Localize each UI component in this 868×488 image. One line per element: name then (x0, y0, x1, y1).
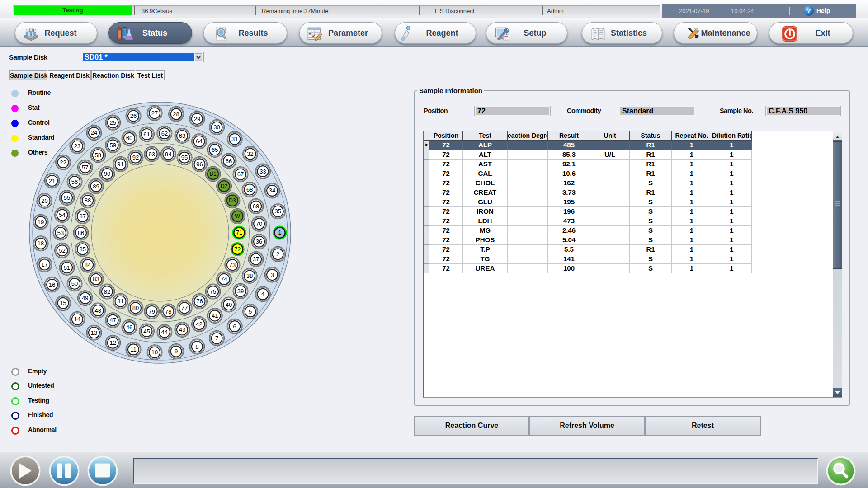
svg-text:38: 38 (246, 272, 253, 279)
svg-text:22: 22 (60, 159, 66, 166)
svg-text:39: 39 (237, 288, 244, 295)
svg-text:42: 42 (196, 321, 202, 328)
svg-text:23: 23 (74, 143, 80, 150)
svg-text:62: 62 (161, 130, 168, 137)
svg-text:2: 2 (276, 251, 279, 258)
svg-text:86: 86 (78, 230, 84, 236)
svg-text:11: 11 (130, 346, 137, 353)
svg-text:78: 78 (165, 308, 171, 315)
svg-text:52: 52 (59, 247, 65, 254)
svg-text:85: 85 (80, 246, 86, 253)
svg-text:48: 48 (95, 307, 101, 314)
svg-text:1: 1 (278, 230, 282, 236)
svg-text:34: 34 (269, 187, 275, 194)
svg-text:76: 76 (196, 298, 203, 305)
svg-text:7: 7 (215, 335, 218, 342)
svg-text:71: 71 (236, 230, 242, 236)
svg-text:44: 44 (161, 328, 168, 335)
svg-text:68: 68 (246, 186, 253, 193)
svg-text:58: 58 (95, 152, 101, 159)
svg-text:20: 20 (41, 197, 47, 204)
svg-text:10: 10 (151, 349, 158, 356)
svg-text:72: 72 (234, 246, 241, 253)
svg-text:W: W (235, 213, 241, 220)
svg-text:82: 82 (104, 288, 110, 295)
svg-text:12: 12 (110, 339, 116, 346)
svg-text:53: 53 (57, 230, 64, 236)
svg-text:33: 33 (259, 168, 266, 175)
svg-text:19: 19 (38, 219, 44, 225)
svg-text:9: 9 (175, 348, 178, 355)
svg-text:30: 30 (213, 124, 220, 131)
svg-text:32: 32 (247, 150, 253, 157)
svg-text:69: 69 (253, 203, 259, 210)
svg-text:35: 35 (274, 208, 281, 215)
svg-text:41: 41 (212, 312, 218, 319)
svg-text:64: 64 (196, 138, 202, 145)
svg-text:50: 50 (71, 280, 78, 287)
svg-text:79: 79 (148, 308, 155, 315)
svg-text:81: 81 (117, 298, 123, 305)
svg-text:95: 95 (181, 154, 188, 161)
svg-text:51: 51 (64, 264, 70, 271)
svg-text:65: 65 (212, 146, 218, 153)
svg-text:83: 83 (93, 276, 99, 282)
svg-text:63: 63 (179, 132, 185, 139)
svg-text:14: 14 (74, 316, 80, 323)
svg-text:3: 3 (270, 272, 274, 278)
svg-text:18: 18 (38, 240, 44, 247)
svg-text:57: 57 (82, 164, 88, 171)
svg-text:D3: D3 (229, 197, 236, 204)
svg-text:59: 59 (109, 142, 116, 149)
svg-text:93: 93 (148, 151, 155, 158)
svg-text:60: 60 (126, 135, 132, 141)
svg-text:46: 46 (126, 324, 132, 331)
svg-text:24: 24 (91, 129, 97, 136)
svg-text:80: 80 (132, 305, 139, 311)
svg-text:91: 91 (117, 161, 123, 168)
svg-text:40: 40 (226, 301, 232, 308)
svg-text:67: 67 (237, 171, 244, 178)
svg-text:92: 92 (132, 154, 139, 161)
svg-text:84: 84 (85, 262, 91, 268)
svg-text:D2: D2 (221, 183, 228, 189)
svg-text:96: 96 (196, 161, 203, 168)
svg-text:17: 17 (41, 261, 47, 268)
svg-text:87: 87 (80, 213, 86, 220)
svg-text:8: 8 (195, 343, 198, 350)
svg-text:90: 90 (104, 170, 110, 177)
svg-text:66: 66 (226, 158, 232, 164)
svg-text:31: 31 (231, 136, 238, 142)
svg-text:36: 36 (256, 238, 262, 245)
svg-text:6: 6 (233, 323, 236, 330)
svg-text:74: 74 (221, 276, 227, 282)
svg-text:54: 54 (59, 211, 65, 218)
svg-text:25: 25 (110, 119, 116, 126)
svg-text:94: 94 (165, 151, 171, 158)
svg-text:49: 49 (82, 295, 88, 301)
svg-text:89: 89 (93, 183, 99, 190)
svg-text:21: 21 (49, 178, 55, 184)
svg-text:D1: D1 (209, 171, 217, 177)
svg-text:88: 88 (85, 197, 91, 204)
svg-text:?: ? (807, 7, 811, 14)
svg-text:16: 16 (49, 282, 55, 288)
svg-text:75: 75 (210, 288, 216, 295)
svg-text:47: 47 (109, 317, 116, 324)
svg-text:73: 73 (229, 262, 236, 268)
svg-text:61: 61 (143, 131, 150, 138)
svg-text:13: 13 (91, 329, 97, 336)
svg-text:77: 77 (181, 305, 188, 311)
svg-text:26: 26 (130, 113, 137, 119)
svg-text:70: 70 (256, 221, 262, 227)
svg-text:27: 27 (151, 110, 158, 117)
svg-text:55: 55 (64, 194, 70, 201)
svg-text:45: 45 (143, 328, 150, 335)
svg-text:37: 37 (253, 256, 259, 263)
svg-text:56: 56 (71, 178, 78, 185)
svg-text:15: 15 (60, 300, 66, 306)
svg-text:43: 43 (179, 326, 185, 333)
svg-text:4: 4 (261, 291, 264, 297)
svg-text:5: 5 (249, 308, 252, 315)
svg-text:28: 28 (173, 111, 179, 117)
